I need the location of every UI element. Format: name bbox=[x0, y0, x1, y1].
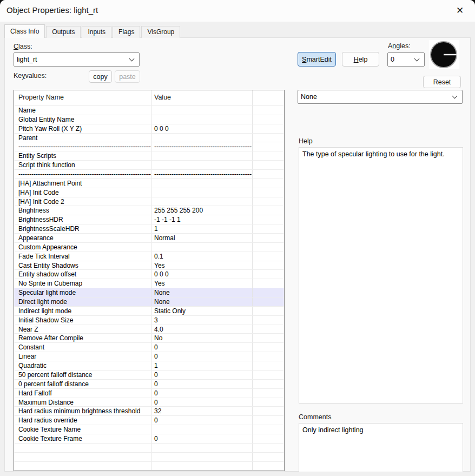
tab-visgroup[interactable]: VisGroup bbox=[141, 26, 180, 38]
property-name-cell: Quadratic bbox=[14, 361, 151, 370]
table-row[interactable]: Parent bbox=[14, 134, 284, 143]
table-row[interactable]: Constant0 bbox=[14, 343, 284, 352]
table-row[interactable]: Cookie Texture Frame0 bbox=[14, 434, 284, 444]
table-row[interactable]: [HA] Attachment Point bbox=[14, 179, 284, 188]
table-row[interactable]: Pitch Yaw Roll (X Y Z)0 0 0 bbox=[14, 124, 284, 134]
table-row[interactable]: Linear0 bbox=[14, 352, 284, 361]
table-row[interactable]: Script think function bbox=[14, 161, 284, 170]
table-row[interactable]: Cast Entity ShadowsYes bbox=[14, 261, 284, 270]
paste-button[interactable]: paste bbox=[115, 70, 140, 83]
table-row[interactable]: Hard Falloff0 bbox=[14, 389, 284, 398]
table-row[interactable]: Hard radius override0 bbox=[14, 416, 284, 425]
column-header-extra bbox=[253, 90, 284, 105]
table-row[interactable]: Entity shadow offset0 0 0 bbox=[14, 270, 284, 279]
property-name-cell: Near Z bbox=[14, 325, 151, 334]
window-title: Object Properties: light_rt bbox=[6, 5, 98, 15]
property-value-cell: Yes bbox=[151, 279, 253, 288]
tab-outputs[interactable]: Outputs bbox=[46, 26, 81, 38]
property-value-cell bbox=[151, 243, 253, 252]
class-combobox[interactable]: light_rt bbox=[14, 52, 140, 67]
table-row[interactable]: BrightnessHDR-1 -1 -1 1 bbox=[14, 215, 284, 224]
help-section-label: Help bbox=[299, 137, 313, 145]
property-value-cell bbox=[151, 188, 253, 197]
property-table-header: Property Name Value bbox=[14, 90, 284, 106]
table-row[interactable]: 50 percent falloff distance0 bbox=[14, 371, 284, 380]
property-value-cell bbox=[151, 453, 253, 461]
help-button[interactable]: Help bbox=[342, 52, 379, 67]
comments-textbox[interactable]: Only indirect lighting bbox=[299, 423, 463, 472]
property-extra-cell bbox=[253, 161, 284, 169]
table-row[interactable]: Direct light modeNone bbox=[14, 298, 284, 307]
property-value-cell bbox=[151, 161, 253, 169]
table-row[interactable]: [HA] Init Code bbox=[14, 188, 284, 197]
property-name-cell: Entity shadow offset bbox=[14, 270, 151, 279]
property-extra-cell bbox=[253, 334, 284, 342]
property-value-cell: 1 bbox=[151, 224, 253, 233]
tab-inputs[interactable]: Inputs bbox=[82, 26, 111, 38]
property-value-cell: 32 bbox=[151, 407, 253, 415]
table-row[interactable]: BrightnessScaleHDR1 bbox=[14, 224, 284, 234]
property-name-cell: Custom Appearance bbox=[14, 243, 151, 252]
property-extra-cell bbox=[253, 389, 284, 398]
table-row[interactable]: 0 percent falloff distance0 bbox=[14, 380, 284, 389]
table-row[interactable]: Name bbox=[14, 106, 284, 115]
table-row[interactable]: Remove After CompileNo bbox=[14, 334, 284, 343]
property-table-body: NameGlobal Entity NamePitch Yaw Roll (X … bbox=[14, 106, 284, 471]
column-header-value[interactable]: Value bbox=[151, 90, 253, 105]
class-combobox-value: light_rt bbox=[14, 56, 130, 63]
chevron-down-icon bbox=[129, 56, 135, 61]
table-row[interactable]: Indirect light modeStatic Only bbox=[14, 307, 284, 316]
close-button[interactable]: ✕ bbox=[452, 4, 467, 18]
property-name-cell: ----------------------------------------… bbox=[14, 142, 151, 151]
property-value-cell bbox=[151, 106, 253, 115]
property-extra-cell bbox=[253, 224, 284, 233]
table-row[interactable] bbox=[14, 462, 284, 471]
copy-button[interactable]: copy bbox=[89, 70, 112, 83]
property-extra-cell bbox=[253, 371, 284, 379]
property-value-cell: 3 bbox=[151, 316, 253, 325]
property-name-cell: Name bbox=[14, 106, 151, 115]
table-row[interactable] bbox=[14, 453, 284, 462]
table-row[interactable]: AppearanceNormal bbox=[14, 234, 284, 243]
table-row[interactable]: Near Z4.0 bbox=[14, 325, 284, 334]
angle-dial[interactable] bbox=[429, 40, 459, 69]
table-row[interactable]: Quadratic1 bbox=[14, 361, 284, 371]
property-value-cell: 0 bbox=[151, 416, 253, 425]
tab-flags[interactable]: Flags bbox=[113, 26, 140, 38]
property-extra-cell bbox=[253, 325, 284, 334]
tab-class-info[interactable]: Class Info bbox=[4, 24, 45, 38]
table-row[interactable]: Fade Tick Interval0.1 bbox=[14, 252, 284, 261]
property-extra-cell bbox=[253, 416, 284, 425]
table-row[interactable]: [HA] Init Code 2 bbox=[14, 197, 284, 207]
property-extra-cell bbox=[253, 252, 284, 261]
property-extra-cell bbox=[253, 462, 284, 471]
property-value-cell: 0.1 bbox=[151, 252, 253, 261]
preset-combobox[interactable]: None bbox=[298, 90, 463, 104]
property-name-cell: No Sprite in Cubemap bbox=[14, 279, 151, 288]
table-row[interactable]: No Sprite in CubemapYes bbox=[14, 279, 284, 288]
table-row[interactable]: ----------------------------------------… bbox=[14, 170, 284, 179]
table-row[interactable]: Brightness255 255 255 200 bbox=[14, 206, 284, 215]
table-row[interactable]: ----------------------------------------… bbox=[14, 142, 284, 151]
table-row[interactable]: Maximum Distance0 bbox=[14, 398, 284, 407]
property-value-cell bbox=[151, 134, 253, 142]
column-header-property-name[interactable]: Property Name bbox=[14, 90, 151, 105]
property-extra-cell bbox=[253, 444, 284, 452]
table-row[interactable]: Custom Appearance bbox=[14, 243, 284, 252]
table-row[interactable] bbox=[14, 444, 284, 453]
property-extra-cell bbox=[253, 352, 284, 361]
smartedit-button[interactable]: SmartEdit bbox=[298, 52, 336, 67]
table-row[interactable]: Global Entity Name bbox=[14, 115, 284, 124]
angles-combobox[interactable]: 0 bbox=[387, 52, 425, 67]
table-row[interactable]: Hard radius minimum brightness threshold… bbox=[14, 407, 284, 416]
reset-button[interactable]: Reset bbox=[423, 76, 461, 88]
table-row[interactable]: Cookie Texture Name bbox=[14, 425, 284, 434]
table-row[interactable]: Initial Shadow Size3 bbox=[14, 316, 284, 325]
help-textbox: The type of specular lighting to use for… bbox=[299, 147, 463, 404]
property-extra-cell bbox=[253, 298, 284, 306]
property-extra-cell bbox=[253, 124, 284, 133]
table-row[interactable]: Entity Scripts bbox=[14, 151, 284, 161]
table-row[interactable]: Specular light modeNone bbox=[14, 288, 284, 298]
property-name-cell: 50 percent falloff distance bbox=[14, 371, 151, 379]
property-extra-cell bbox=[253, 361, 284, 370]
